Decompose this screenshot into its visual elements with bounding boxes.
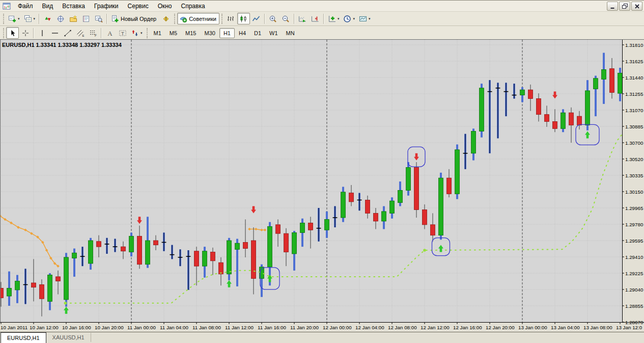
cursor-button[interactable]	[6, 27, 19, 39]
bull-candle	[64, 257, 69, 300]
data-window-button[interactable]	[54, 13, 67, 24]
bull-candle	[300, 223, 305, 232]
periods-button[interactable]: ▾	[341, 13, 357, 24]
bear-candle	[284, 233, 289, 252]
hline-button[interactable]	[48, 27, 61, 39]
market-watch-button[interactable]	[41, 13, 54, 24]
price-chart[interactable]: 1.318101.316251.314401.312551.310701.308…	[0, 39, 644, 332]
bull-candle	[406, 167, 411, 190]
time-axis-label: 13 Jan 12:0	[616, 325, 642, 330]
timeframe-M15[interactable]: M15	[181, 28, 200, 38]
bull-candle	[602, 69, 606, 79]
time-axis-label: 13 Jan 00:00	[518, 325, 547, 330]
text-label-button[interactable]: T	[116, 27, 129, 39]
timeframe-H4[interactable]: H4	[235, 28, 250, 38]
dropdown-caret-icon: ▾	[141, 31, 143, 35]
arrows-tool-button[interactable]: ▾	[129, 27, 145, 39]
bear-candle	[276, 225, 281, 233]
time-axis-label: 13 Jan 04:00	[551, 325, 580, 330]
navigator-button[interactable]	[67, 13, 79, 24]
chart-shift-button[interactable]	[309, 13, 322, 24]
bull-candle	[7, 288, 12, 296]
chart-line-icon	[252, 15, 260, 23]
zoom-in-button[interactable]	[267, 13, 279, 24]
menu-item-5[interactable]: Окно	[153, 2, 177, 11]
text-button[interactable]: A	[103, 27, 116, 39]
new-order-button[interactable]: Новый Ордер	[109, 13, 159, 24]
time-axis-label: 10 Jan 12:00	[30, 325, 59, 330]
timeframe-M1[interactable]: M1	[150, 28, 165, 38]
price-axis-label: 1.31440	[625, 75, 643, 81]
strategy-tester-icon	[95, 15, 103, 23]
trendline-button[interactable]	[61, 27, 74, 39]
chart-line-button[interactable]	[250, 13, 263, 24]
trailing-stop-dot	[423, 249, 426, 252]
toolbar-grip	[3, 14, 4, 24]
timeframe-MN[interactable]: MN	[282, 28, 299, 38]
menu-item-0[interactable]: Файл	[13, 2, 38, 11]
bull-candle	[471, 131, 476, 153]
svg-text:F: F	[95, 33, 97, 37]
chart-area[interactable]: 1.318101.316251.314401.312551.310701.308…	[0, 39, 644, 332]
bear-candle	[211, 252, 215, 260]
svg-text:A: A	[107, 30, 113, 37]
bull-candle	[439, 178, 443, 235]
price-axis-label: 1.31070	[625, 108, 643, 113]
templates-button[interactable]: ▾	[357, 13, 373, 24]
price-axis-label: 1.30520	[625, 156, 643, 162]
timeframe-W1[interactable]: W1	[265, 28, 282, 38]
timeframe-H1[interactable]: H1	[219, 28, 235, 38]
chart-candles-button[interactable]	[237, 13, 250, 24]
menu-item-4[interactable]: Сервис	[123, 2, 153, 11]
expert-advisors-button[interactable]: Советники	[177, 13, 219, 24]
metaeditor-button[interactable]: !	[159, 13, 172, 24]
time-axis-label: 11 Jan 16:00	[258, 325, 286, 330]
bull-candle	[382, 212, 386, 221]
chart-bars-button[interactable]	[225, 13, 237, 24]
time-axis-label: 12 Jan 20:00	[486, 325, 515, 330]
new-chart-icon	[8, 15, 16, 23]
timeframe-M30[interactable]: M30	[200, 28, 219, 38]
indicators-button[interactable]: ▾	[326, 13, 342, 24]
price-axis[interactable]	[622, 40, 644, 322]
new-chart-button[interactable]: ▾	[6, 13, 22, 24]
chart-tabs-bar: EURUSD,H1XAUUSD,H1	[0, 332, 644, 343]
toolbar-grip	[221, 14, 222, 24]
window-controls	[607, 2, 644, 11]
fibonacci-button[interactable]: F	[87, 27, 99, 39]
zoom-in-icon	[269, 15, 277, 23]
channel-button[interactable]: E	[74, 27, 87, 39]
close-button[interactable]	[631, 2, 642, 11]
auto-scroll-button[interactable]	[296, 13, 309, 24]
bull-candle	[520, 90, 525, 95]
price-axis-label: 1.30335	[625, 173, 643, 178]
toolbar-grip	[174, 14, 175, 24]
zoom-out-button[interactable]	[279, 13, 292, 24]
strategy-tester-button[interactable]	[92, 13, 105, 24]
bear-candle	[243, 242, 248, 248]
terminal-button[interactable]	[79, 13, 92, 24]
time-axis-label: 10 Jan 20:00	[95, 325, 124, 330]
menu-item-6[interactable]: Справка	[177, 2, 210, 11]
bull-candle	[146, 241, 150, 265]
chart-bars-icon	[227, 15, 235, 23]
tab-eurusd-h1[interactable]: EURUSD,H1	[1, 332, 46, 343]
toolbar-separator	[39, 14, 40, 24]
timeframe-M5[interactable]: M5	[165, 28, 181, 38]
restore-button[interactable]	[619, 2, 630, 11]
bear-candle	[423, 209, 427, 224]
menu-item-2[interactable]: Вставка	[58, 2, 90, 11]
price-axis-label: 1.30700	[625, 140, 643, 146]
profiles-button[interactable]: ▾	[22, 13, 38, 24]
menu-item-3[interactable]: Графики	[90, 2, 123, 11]
indicators-icon	[328, 15, 336, 23]
minimize-button[interactable]	[607, 2, 618, 11]
menu-item-1[interactable]: Вид	[38, 2, 58, 11]
crosshair-button[interactable]	[19, 27, 32, 39]
vline-button[interactable]	[36, 27, 48, 39]
plot-background[interactable]	[0, 40, 622, 322]
timeframe-D1[interactable]: D1	[250, 28, 265, 38]
tab-xauusd-h1[interactable]: XAUUSD,H1	[46, 333, 91, 342]
dropdown-caret-icon: ▾	[338, 17, 340, 20]
bull-candle	[398, 190, 403, 202]
